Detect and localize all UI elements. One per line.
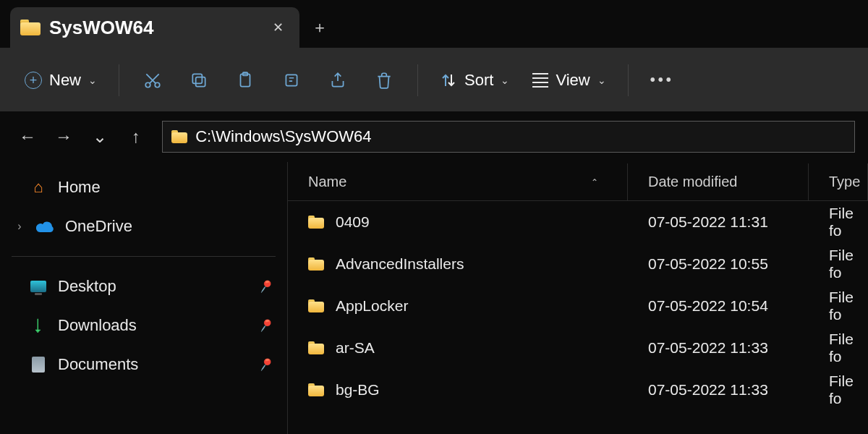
file-modified: 07-05-2022 11:33 [648,381,768,399]
chevron-down-icon: ⌄ [501,75,509,86]
download-icon: ⭣ [29,316,48,335]
table-row[interactable]: AppLocker 07-05-2022 10:54 File fo [288,285,868,327]
tab-syswow64[interactable]: SysWOW64 ✕ [10,7,299,48]
column-headers: Name ⌃ Date modified Type [288,163,868,201]
sidebar-item-downloads[interactable]: ⭣ Downloads 📍 [7,306,280,345]
pin-icon[interactable]: 📍 [254,276,276,298]
sidebar-item-onedrive[interactable]: › OneDrive [7,207,280,246]
copy-button[interactable] [177,63,221,98]
file-name: AppLocker [336,297,408,315]
rename-button[interactable] [270,63,313,98]
sidebar-item-desktop[interactable]: Desktop 📍 [7,267,280,306]
tab-title: SysWOW64 [49,17,260,39]
file-type: File fo [829,289,868,323]
pin-icon[interactable]: 📍 [254,315,276,337]
file-list: Name ⌃ Date modified Type 0409 07-05-202… [288,162,868,434]
sidebar-item-home[interactable]: ⌂ Home [7,168,280,207]
toolbar: + New ⌄ Sort ⌄ View ⌄ ••• [0,48,868,111]
folder-icon [308,299,324,312]
folder-icon [171,130,187,143]
new-label: New [49,71,81,90]
copy-icon [190,71,208,90]
close-icon[interactable]: ✕ [268,15,288,40]
cut-button[interactable] [131,63,174,98]
pin-icon[interactable]: 📍 [254,354,276,376]
column-label: Type [829,174,860,190]
table-row[interactable]: 0409 07-05-2022 11:31 File fo [288,201,868,243]
share-button[interactable] [316,63,359,98]
file-name: bg-BG [336,381,380,399]
sidebar-item-documents[interactable]: Documents 📍 [7,345,280,384]
recent-button[interactable]: ⌄ [90,127,110,147]
sort-button[interactable]: Sort ⌄ [430,63,519,98]
column-modified[interactable]: Date modified [628,163,809,200]
share-icon [328,71,347,90]
folder-icon [308,258,324,271]
column-label: Name [308,174,346,190]
column-label: Date modified [648,174,737,190]
folder-icon [308,383,324,396]
file-modified: 07-05-2022 10:55 [648,255,768,273]
file-modified: 07-05-2022 11:33 [648,339,768,357]
sidebar-label: Downloads [58,316,137,335]
sidebar-label: OneDrive [65,217,132,236]
plus-circle-icon: + [25,72,42,89]
ellipsis-icon: ••• [650,72,674,88]
address-bar[interactable] [162,121,855,153]
file-name: AdvancedInstallers [336,255,464,273]
sidebar-label: Home [58,178,101,197]
more-button[interactable]: ••• [640,63,684,98]
sort-asc-icon: ⌃ [591,177,598,187]
folder-icon [308,341,324,354]
address-input[interactable] [195,127,846,146]
divider [119,64,119,96]
sort-icon [440,72,457,89]
column-name[interactable]: Name ⌃ [288,163,628,200]
home-icon: ⌂ [29,178,48,197]
nav-row: ← → ⌄ ↑ [0,111,868,162]
view-button[interactable]: View ⌄ [522,63,616,98]
table-row[interactable]: AdvancedInstallers 07-05-2022 10:55 File… [288,243,868,285]
sidebar-label: Documents [58,355,138,374]
cloud-icon [36,220,55,233]
forward-button[interactable]: → [54,127,74,147]
file-name: 0409 [336,213,370,231]
folder-icon [20,20,41,35]
new-button[interactable]: + New ⌄ [14,63,107,98]
sidebar-label: Desktop [58,277,116,296]
folder-icon [308,216,324,229]
list-icon [532,73,548,88]
scissors-icon [143,71,162,90]
chevron-right-icon[interactable]: › [13,220,26,233]
file-modified: 07-05-2022 10:54 [648,297,768,315]
back-button[interactable]: ← [17,127,38,147]
sort-label: Sort [464,71,493,90]
file-type: File fo [829,247,868,281]
table-row[interactable]: bg-BG 07-05-2022 11:33 File fo [288,369,868,411]
file-type: File fo [829,373,868,407]
file-modified: 07-05-2022 11:31 [648,213,768,231]
sidebar: ⌂ Home › OneDrive Desktop 📍 ⭣ Downloads … [0,162,288,434]
table-row[interactable]: ar-SA 07-05-2022 11:33 File fo [288,327,868,369]
divider [417,64,418,96]
document-icon [29,357,48,373]
desktop-icon [29,281,48,292]
clipboard-icon [236,71,255,90]
view-label: View [556,71,590,90]
tab-strip: SysWOW64 ✕ ＋ [0,0,868,48]
paste-button[interactable] [224,63,267,98]
new-tab-button[interactable]: ＋ [299,7,340,48]
rename-icon [282,71,301,90]
file-type: File fo [829,331,868,365]
body: ⌂ Home › OneDrive Desktop 📍 ⭣ Downloads … [0,162,868,434]
svg-rect-3 [192,74,202,83]
file-type: File fo [829,205,868,239]
delete-button[interactable] [362,63,406,98]
trash-icon [375,71,393,90]
divider [12,256,276,257]
svg-rect-6 [286,75,297,85]
file-name: ar-SA [336,339,375,357]
column-type[interactable]: Type [809,163,868,200]
chevron-down-icon: ⌄ [597,75,606,86]
up-button[interactable]: ↑ [126,127,146,147]
